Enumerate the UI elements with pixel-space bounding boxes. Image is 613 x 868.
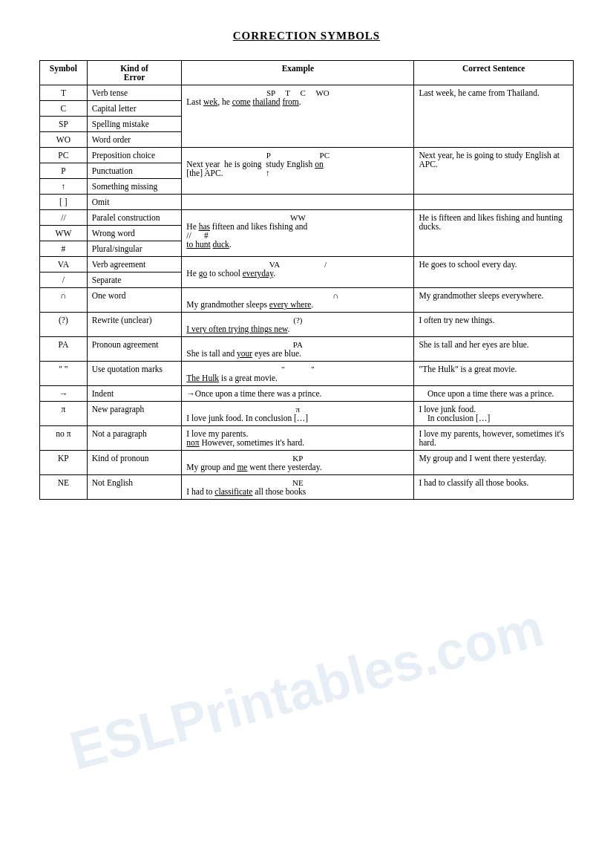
symbol-hash: #: [40, 241, 88, 257]
symbol-no-pi: no π: [40, 426, 88, 451]
example-no-pi: I love my parents. noπ However, sometime…: [182, 426, 414, 451]
kind-T: Verb tense: [87, 85, 182, 101]
correct-indent: Once upon a time there was a prince.: [414, 386, 574, 402]
table-row: [ ] Omit: [40, 195, 574, 210]
kind-WW: Wrong word: [87, 226, 182, 241]
symbol-slash: /: [40, 273, 88, 288]
kind-question: Rewrite (unclear): [87, 313, 182, 337]
symbol-arrow-up: ↑: [40, 179, 88, 195]
table-row: KP Kind of pronoun KP My group and me we…: [40, 451, 574, 475]
kind-brackets: Omit: [87, 195, 182, 210]
example-TCSPWO: SP T C WO Last wek, he come thailand fro…: [182, 85, 414, 148]
symbol-question: (?): [40, 313, 88, 337]
kind-P: Punctuation: [87, 163, 182, 179]
example-pi: π I love junk food. In conclusion […]: [182, 402, 414, 426]
table-row: ∩ One word ∩ My grandmother sleeps every…: [40, 288, 574, 313]
symbol-indent: →: [40, 386, 88, 402]
correct-parallel: He is fifteen and likes fishing and hunt…: [414, 210, 574, 257]
col-header-correct: Correct Sentence: [414, 61, 574, 85]
table-row: T Verb tense SP T C WO Last wek, he come…: [40, 85, 574, 101]
kind-PC: Preposition choice: [87, 148, 182, 163]
kind-no-pi: Not a paragraph: [87, 426, 182, 451]
correct-quotes: "The Hulk" is a great movie.: [414, 362, 574, 386]
symbol-PC: PC: [40, 148, 88, 163]
table-row: PA Pronoun agreement PA She is tall and …: [40, 337, 574, 362]
kind-PA: Pronoun agreement: [87, 337, 182, 362]
symbol-cap: ∩: [40, 288, 88, 313]
example-KP: KP My group and me went there yesterday.: [182, 451, 414, 475]
symbol-SP: SP: [40, 117, 88, 132]
correct-VA: He goes to school every day.: [414, 257, 574, 288]
kind-VA: Verb agreement: [87, 257, 182, 273]
page-title: CORRECTION SYMBOLS: [233, 30, 380, 42]
table-row: // Paralel construction WW He has fiftee…: [40, 210, 574, 226]
col-header-kind: Kind ofError: [87, 61, 182, 85]
symbol-WO: WO: [40, 132, 88, 148]
symbol-brackets: [ ]: [40, 195, 88, 210]
kind-pi: New paragraph: [87, 402, 182, 426]
kind-parallel: Paralel construction: [87, 210, 182, 226]
correct-PA: She is tall and her eyes are blue.: [414, 337, 574, 362]
symbol-quotes: " ": [40, 362, 88, 386]
symbol-pi: π: [40, 402, 88, 426]
example-NE: NE I had to classificate all those books: [182, 475, 414, 500]
symbol-NE: NE: [40, 475, 88, 500]
kind-KP: Kind of pronoun: [87, 451, 182, 475]
correct-cap: My grandmother sleeps everywhere.: [414, 288, 574, 313]
correct-PC: Next year, he is going to study English …: [414, 148, 574, 195]
symbol-KP: KP: [40, 451, 88, 475]
symbol-P: P: [40, 163, 88, 179]
kind-slash: Separate: [87, 273, 182, 288]
correct-pi: I love junk food. In conclusion […]: [414, 402, 574, 426]
symbol-parallel: //: [40, 210, 88, 226]
example-PC: P PC Next year he is going study English…: [182, 148, 414, 195]
correct-no-pi: I love my parents, however, sometimes it…: [414, 426, 574, 451]
kind-arrow-up: Something missing: [87, 179, 182, 195]
example-cap: ∩ My grandmother sleeps every where.: [182, 288, 414, 313]
symbol-T: T: [40, 85, 88, 101]
kind-quotes: Use quotation marks: [87, 362, 182, 386]
table-row: " " Use quotation marks " " The Hulk is …: [40, 362, 574, 386]
symbol-VA: VA: [40, 257, 88, 273]
example-quotes: " " The Hulk is a great movie.: [182, 362, 414, 386]
col-header-symbol: Symbol: [40, 61, 88, 85]
example-brackets: [182, 195, 414, 210]
kind-cap: One word: [87, 288, 182, 313]
kind-SP: Spelling mistake: [87, 117, 182, 132]
example-indent: →Once upon a time there was a prince.: [182, 386, 414, 402]
kind-hash: Plural/singular: [87, 241, 182, 257]
table-row: → Indent →Once upon a time there was a p…: [40, 386, 574, 402]
example-PA: PA She is tall and your eyes are blue.: [182, 337, 414, 362]
kind-WO: Word order: [87, 132, 182, 148]
symbol-PA: PA: [40, 337, 88, 362]
kind-NE: Not English: [87, 475, 182, 500]
table-row: no π Not a paragraph I love my parents. …: [40, 426, 574, 451]
col-header-example: Example: [182, 61, 414, 85]
kind-C: Capital letter: [87, 101, 182, 117]
correct-KP: My group and I went there yesterday.: [414, 451, 574, 475]
table-row: PC Preposition choice P PC Next year he …: [40, 148, 574, 163]
correction-symbols-table: Symbol Kind ofError Example Correct Sent…: [39, 60, 574, 500]
table-row: VA Verb agreement VA / He go to school e…: [40, 257, 574, 273]
table-row: (?) Rewrite (unclear) (?) I very often t…: [40, 313, 574, 337]
table-row: π New paragraph π I love junk food. In c…: [40, 402, 574, 426]
example-question: (?) I very often trying things new.: [182, 313, 414, 337]
symbol-WW: WW: [40, 226, 88, 241]
example-VA: VA / He go to school everyday.: [182, 257, 414, 288]
correct-TCSPWO: Last week, he came from Thailand.: [414, 85, 574, 148]
correct-brackets: [414, 195, 574, 210]
kind-indent: Indent: [87, 386, 182, 402]
correct-question: I often try new things.: [414, 313, 574, 337]
example-parallel: WW He has fifteen and likes fishing and …: [182, 210, 414, 257]
symbol-C: C: [40, 101, 88, 117]
correct-NE: I had to classify all those books.: [414, 475, 574, 500]
table-row: NE Not English NE I had to classificate …: [40, 475, 574, 500]
